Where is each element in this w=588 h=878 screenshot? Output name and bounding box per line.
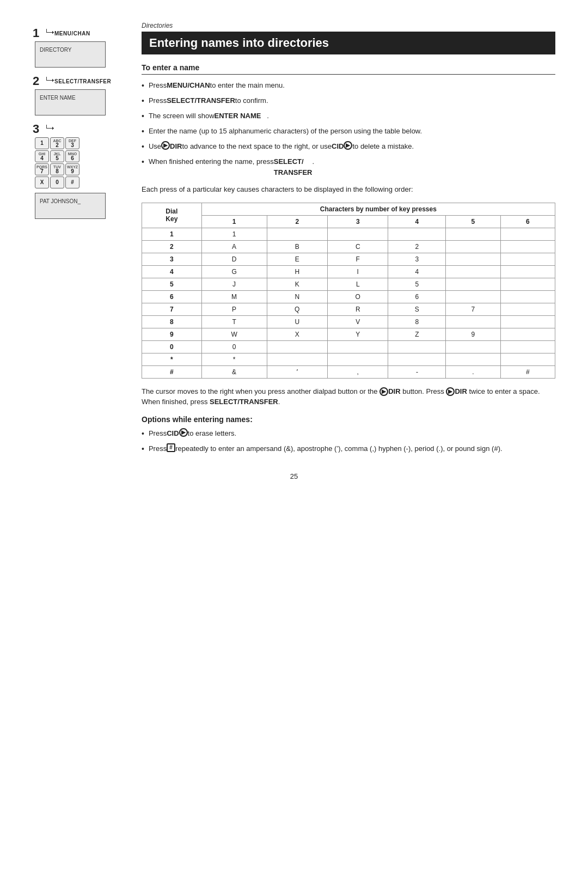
table-cell: Z <box>388 328 446 340</box>
table-body: 112ABC23DEF34GHI45JKL56MNO67PQRS78TUV89W… <box>142 228 555 378</box>
table-cell <box>500 278 555 290</box>
right-column: Directories Entering names into director… <box>142 22 555 461</box>
table-cell <box>388 340 446 353</box>
table-cell: . <box>446 365 500 378</box>
hash-icon: # <box>167 443 175 452</box>
table-cell: H <box>267 265 327 278</box>
table-cell <box>388 353 446 365</box>
bullet2-item2: Press # repeatedly to enter an ampersand… <box>142 443 555 455</box>
bullet-list-1: Press MENU/CHAN to enter the main menu. … <box>142 80 555 178</box>
table-cell: 3 <box>388 253 446 265</box>
table-cell: 5 <box>142 278 202 290</box>
table-cell <box>500 315 555 328</box>
select-transfer-bold3: SELECT/TRANSFER <box>210 398 278 406</box>
table-row: 11 <box>142 228 555 240</box>
table-cell: E <box>267 253 327 265</box>
table-cell: V <box>327 315 388 328</box>
table-row: 7PQRS7 <box>142 303 555 315</box>
step2-label: SELECT/TRANSFER <box>54 78 111 84</box>
step2-block: 2 ⮡ SELECT/TRANSFER ENTER NAME <box>33 75 125 115</box>
step2-number: 2 <box>33 75 42 87</box>
table-cell: * <box>142 353 202 365</box>
table-cell: A <box>201 240 267 253</box>
table-cell <box>446 228 500 240</box>
section-label: Directories <box>142 22 555 29</box>
table-cell: 1 <box>201 228 267 240</box>
table-row: 3DEF3 <box>142 253 555 265</box>
table-cell: , <box>327 365 388 378</box>
key-0: 0 <box>50 176 64 188</box>
left-column: 1 ⮡ MENU/CHAN DIRECTORY 2 ⮡ SELECT/TRANS… <box>33 22 125 461</box>
table-cell: G <box>201 265 267 278</box>
bullet-list-2: Press CID▶ to erase letters. Press # rep… <box>142 428 555 455</box>
key-8: TUV8 <box>50 163 64 175</box>
step1-row: 1 ⮡ MENU/CHAN <box>33 27 125 39</box>
table-cell: 3 <box>142 253 202 265</box>
step3-number: 3 <box>33 123 42 135</box>
key-3: DEF3 <box>65 137 79 149</box>
table-cell: Y <box>327 328 388 340</box>
step3-row: 3 ⮡ <box>33 123 125 135</box>
table-cell: I <box>327 265 388 278</box>
dir-icon2: ▶ <box>344 141 352 150</box>
page-wrapper: 1 ⮡ MENU/CHAN DIRECTORY 2 ⮡ SELECT/TRANS… <box>33 22 555 461</box>
step2-arrow-icon: ⮡ <box>46 76 54 86</box>
table-row: 2ABC2 <box>142 240 555 253</box>
table-cell <box>327 340 388 353</box>
step2-screen: ENTER NAME <box>35 89 106 115</box>
key-5: JKL5 <box>50 150 64 162</box>
table-cell <box>327 353 388 365</box>
table-cell <box>500 253 555 265</box>
body-text-1: Each press of a particular key causes ch… <box>142 184 555 195</box>
step1-screen: DIRECTORY <box>35 41 106 68</box>
table-col-3: 3 <box>327 215 388 228</box>
step2-row: 2 ⮡ SELECT/TRANSFER <box>33 75 125 87</box>
table-cell: P <box>201 303 267 315</box>
table-row: 00 <box>142 340 555 353</box>
subsection2-title: Options while entering names: <box>142 415 555 424</box>
step1-arrow-icon: ⮡ <box>46 28 54 38</box>
key-4: GHI4 <box>35 150 49 162</box>
table-cell: & <box>201 365 267 378</box>
table-cell: 2 <box>142 240 202 253</box>
section-title: Entering names into directories <box>142 32 555 54</box>
table-cell: # <box>142 365 202 378</box>
table-cell: # <box>500 365 555 378</box>
menu-chan-bold: MENU/CHAN <box>167 80 210 91</box>
table-header-dial-key: DialKey <box>142 203 202 228</box>
table-cell: R <box>327 303 388 315</box>
key-hash: # <box>65 176 79 188</box>
table-cell <box>446 340 500 353</box>
table-cell: B <box>267 240 327 253</box>
table-col-2: 2 <box>267 215 327 228</box>
table-col-1: 1 <box>201 215 267 228</box>
table-cell <box>327 228 388 240</box>
table-cell: F <box>327 253 388 265</box>
table-cell <box>446 240 500 253</box>
dir-icon4: ▶ <box>446 387 455 396</box>
table-cell <box>500 240 555 253</box>
select-transfer-bold2: SELECT/TRANSFER <box>274 156 313 178</box>
bullet1-item3: The screen will show ENTER NAME . <box>142 111 555 122</box>
table-col-5: 5 <box>446 215 500 228</box>
table-cell <box>267 340 327 353</box>
table-cell: 0 <box>201 340 267 353</box>
step2-screen-text: ENTER NAME <box>40 95 76 101</box>
table-cell: * <box>201 353 267 365</box>
table-cell: N <box>267 290 327 303</box>
table-cell: T <box>201 315 267 328</box>
table-cell <box>446 315 500 328</box>
step1-number: 1 <box>33 27 42 39</box>
select-transfer-bold: SELECT/TRANSFER <box>167 95 235 106</box>
table-cell: D <box>201 253 267 265</box>
key-x: X <box>35 176 49 188</box>
table-cell <box>267 228 327 240</box>
table-cell <box>446 265 500 278</box>
table-cell <box>500 290 555 303</box>
table-cell: U <box>267 315 327 328</box>
step3-screen: PAT JOHNSON_ <box>35 193 106 219</box>
table-header-row2: 1 2 3 4 5 6 <box>142 215 555 228</box>
page-number: 25 <box>33 472 555 480</box>
table-cell <box>500 353 555 365</box>
key-1: 1 <box>35 137 49 149</box>
